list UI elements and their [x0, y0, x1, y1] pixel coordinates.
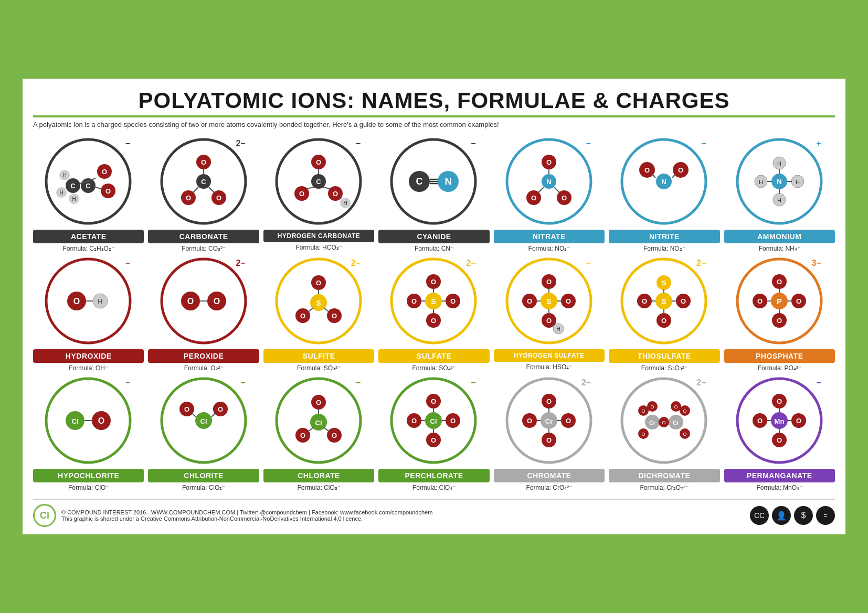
- chlorite-circle: Cl O O −: [158, 375, 250, 467]
- svg-text:O: O: [216, 194, 221, 202]
- svg-text:P: P: [777, 297, 781, 306]
- hydroxide-charge: −: [125, 259, 130, 268]
- ion-nitrate: N O O O − NITRATE Formula: NO₃⁻: [494, 136, 605, 252]
- svg-text:Cl: Cl: [430, 417, 437, 425]
- svg-text:O: O: [411, 417, 417, 425]
- chlorate-formula: Formula: ClO₃⁻: [297, 484, 340, 491]
- acetate-label: ACETATE: [33, 230, 144, 243]
- svg-text:O: O: [796, 297, 801, 305]
- nitrate-charge: −: [586, 139, 591, 148]
- svg-text:C: C: [86, 182, 91, 190]
- nitrite-circle: N O O −: [618, 136, 710, 228]
- acetate-formula: Formula: C₂H₃O₂⁻: [63, 245, 114, 252]
- svg-text:O: O: [644, 166, 650, 174]
- footer-left: Ci © COMPOUND INTEREST 2016 - WWW.COMPOU…: [33, 504, 432, 527]
- svg-text:O: O: [201, 158, 206, 166]
- svg-text:O: O: [546, 397, 552, 405]
- svg-text:O: O: [105, 187, 111, 195]
- svg-text:O: O: [300, 312, 305, 320]
- perchlorate-circle: Cl O O O O −: [388, 375, 480, 467]
- svg-text:Cl: Cl: [315, 419, 322, 427]
- nd-icon: =: [816, 506, 835, 525]
- chlorite-label: CHLORITE: [148, 469, 259, 482]
- h-carbonate-charge: −: [356, 139, 361, 148]
- permanganate-formula: Formula: MnO₄⁻: [756, 484, 802, 491]
- svg-text:H: H: [777, 160, 781, 167]
- svg-text:O: O: [450, 417, 456, 425]
- carbonate-formula: Formula: CO₃²⁻: [182, 245, 226, 252]
- svg-text:H: H: [72, 196, 76, 202]
- hydroxide-circle: O H −: [43, 255, 134, 347]
- ion-ammonium: N H H H H +: [724, 136, 835, 252]
- svg-text:O: O: [73, 297, 80, 306]
- ions-grid: C O O C H H: [33, 136, 835, 491]
- chlorite-charge: −: [240, 378, 245, 388]
- svg-text:O: O: [316, 158, 321, 166]
- ion-chlorate: Cl O O O − CHLORATE Formula: ClO₃⁻: [263, 375, 374, 491]
- sulfite-label: SULFITE: [263, 349, 374, 363]
- nitrate-label: NITRATE: [494, 230, 605, 243]
- sulfate-label: SULFATE: [378, 349, 489, 363]
- chlorate-circle: Cl O O O −: [273, 375, 365, 467]
- ion-hypochlorite: Cl O − HYPOCHLORITE Formula: ClO⁻: [33, 375, 144, 491]
- nitrate-formula: Formula: NO₃⁻: [528, 245, 570, 252]
- dichromate-charge: 2−: [696, 378, 706, 388]
- svg-text:O: O: [187, 297, 193, 306]
- svg-text:O: O: [332, 432, 337, 439]
- svg-text:O: O: [642, 297, 647, 305]
- hydroxide-formula: Formula: OH⁻: [69, 364, 108, 372]
- svg-text:O: O: [186, 194, 191, 202]
- h-carbonate-formula: Formula: HCO₃⁻: [295, 244, 342, 251]
- svg-text:O: O: [527, 297, 532, 305]
- svg-text:O: O: [777, 397, 782, 405]
- ion-chromate: Cr O O O O 2−: [494, 375, 605, 491]
- subtitle: A polyatomic ion is a charged species co…: [33, 121, 835, 128]
- svg-text:O: O: [218, 405, 223, 413]
- ion-thiosulfate: S S O O O 2−: [609, 255, 719, 372]
- ammonium-formula: Formula: NH₄⁺: [759, 245, 800, 252]
- svg-text:O: O: [777, 436, 782, 444]
- svg-text:O: O: [546, 278, 552, 286]
- svg-text:C: C: [71, 182, 76, 190]
- svg-text:S: S: [431, 297, 436, 306]
- svg-text:O: O: [681, 297, 686, 305]
- svg-text:O: O: [683, 408, 687, 414]
- hydrogen-carbonate-circle: C O O O H −: [273, 136, 365, 228]
- peroxide-label: PEROXIDE: [148, 349, 259, 363]
- inner-card: POLYATOMIC IONS: NAMES, FORMULAE & CHARG…: [20, 77, 848, 536]
- h-sulfate-label: HYDROGEN SULFATE: [494, 349, 605, 362]
- cyanide-charge: −: [471, 139, 475, 148]
- chromate-label: CHROMATE: [494, 469, 605, 482]
- permanganate-charge: −: [816, 378, 821, 388]
- h-carbonate-label: HYDROGEN CARBONATE: [263, 230, 374, 242]
- permanganate-label: PERMANGANATE: [724, 469, 835, 482]
- svg-text:O: O: [566, 297, 571, 305]
- svg-text:O: O: [642, 408, 645, 414]
- sulfite-circle: S O O O 2−: [273, 255, 365, 347]
- thiosulfate-charge: 2−: [696, 259, 706, 268]
- page-title: POLYATOMIC IONS: NAMES, FORMULAE & CHARG…: [33, 88, 835, 113]
- svg-text:O: O: [184, 405, 189, 413]
- svg-text:C: C: [416, 176, 423, 187]
- chlorate-label: CHLORATE: [263, 469, 374, 482]
- svg-text:H: H: [777, 197, 781, 203]
- hypochlorite-charge: −: [125, 378, 130, 388]
- svg-text:Cl: Cl: [200, 417, 207, 425]
- ion-perchlorate: Cl O O O O −: [378, 375, 489, 491]
- svg-text:C: C: [201, 178, 206, 186]
- svg-text:H: H: [556, 326, 560, 332]
- footer-license: This graphic is shared under a Creative …: [61, 515, 432, 522]
- ion-acetate: C O O C H H: [33, 136, 144, 252]
- h-sulfate-formula: Formula: HSO₄⁻: [526, 363, 573, 371]
- nitrite-label: NITRITE: [609, 230, 719, 243]
- divider: [33, 115, 835, 117]
- cyanide-circle: C N −: [388, 136, 480, 228]
- permanganate-circle: Mn O O O O −: [734, 375, 825, 467]
- ion-nitrite: N O O − NITRITE Formula: NO₂⁻: [609, 136, 719, 252]
- dollar-icon: $: [794, 506, 813, 525]
- svg-text:O: O: [777, 278, 782, 286]
- svg-text:O: O: [546, 436, 552, 444]
- chlorate-charge: −: [356, 378, 361, 388]
- svg-text:O: O: [661, 317, 666, 325]
- footer-icons: CC 👤 $ =: [750, 506, 835, 525]
